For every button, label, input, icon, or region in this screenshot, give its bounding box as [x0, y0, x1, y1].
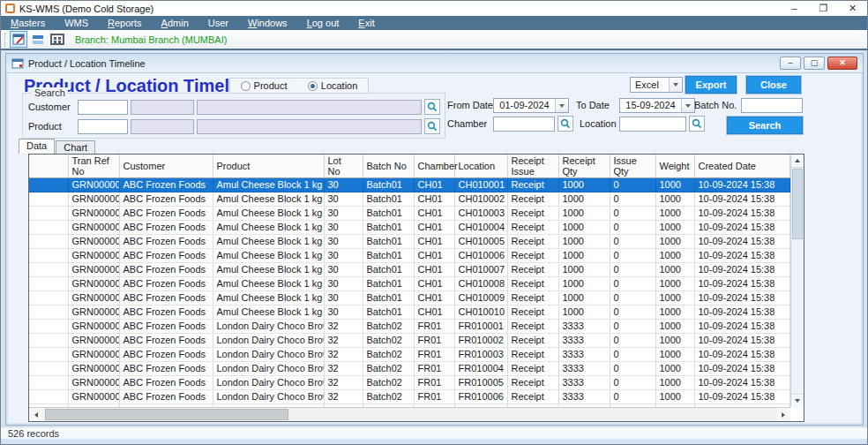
- to-date-picker[interactable]: 15-09-2024: [619, 98, 695, 113]
- grid-col-lot-no[interactable]: Lot No: [324, 155, 363, 177]
- from-date-picker[interactable]: 01-09-2024: [493, 98, 569, 113]
- grid-cell: Receipt: [507, 361, 558, 375]
- menu-item-user[interactable]: User: [198, 17, 238, 29]
- table-row[interactable]: GRN00000001ABC Frozen FoodsLondon Dairy …: [29, 389, 790, 404]
- table-row[interactable]: GRN00000001ABC Frozen FoodsLondon Dairy …: [29, 319, 790, 333]
- table-row[interactable]: GRN00000001ABC Frozen FoodsAmul Cheese B…: [29, 206, 790, 220]
- menu-item-windows[interactable]: Windows: [238, 17, 297, 29]
- radio-product[interactable]: Product: [241, 80, 288, 91]
- row-selector-cell[interactable]: [29, 192, 68, 206]
- grid-cell: GRN00000001: [68, 192, 119, 206]
- grid-cell: 0: [610, 375, 655, 389]
- row-selector-cell[interactable]: [29, 389, 68, 404]
- export-button[interactable]: Export: [685, 76, 737, 94]
- menu-item-admin[interactable]: Admin: [152, 17, 198, 29]
- restore-icon[interactable]: ❐: [809, 1, 838, 16]
- row-selector-cell[interactable]: [29, 234, 68, 248]
- table-row[interactable]: GRN00000001ABC Frozen FoodsAmul Cheese B…: [29, 192, 790, 206]
- menu-item-reports[interactable]: Reports: [98, 17, 152, 29]
- grid-col-receipt-qty[interactable]: Receipt Qty: [558, 155, 610, 177]
- row-selector-cell[interactable]: [29, 290, 68, 305]
- grid-col-issue-qty[interactable]: Issue Qty: [610, 155, 655, 177]
- table-row[interactable]: GRN00000001ABC Frozen FoodsAmul Cheese B…: [29, 177, 790, 192]
- horizontal-scroll-thumb[interactable]: [45, 409, 288, 420]
- table-row[interactable]: GRN00000001ABC Frozen FoodsAmul Cheese B…: [29, 276, 790, 290]
- tab-data[interactable]: Data: [19, 139, 55, 154]
- table-row[interactable]: GRN00000001ABC Frozen FoodsAmul Cheese B…: [29, 305, 790, 319]
- row-selector-cell[interactable]: [29, 248, 68, 262]
- table-row[interactable]: GRN00000001ABC Frozen FoodsLondon Dairy …: [29, 361, 790, 375]
- rack-tool-button[interactable]: [49, 31, 66, 48]
- table-row[interactable]: GRN00000001ABC Frozen FoodsLondon Dairy …: [29, 375, 790, 389]
- table-row[interactable]: GRN00000001ABC Frozen FoodsAmul Cheese B…: [29, 290, 790, 305]
- row-selector-cell[interactable]: [29, 347, 68, 361]
- table-row[interactable]: GRN00000001ABC Frozen FoodsAmul Cheese B…: [29, 248, 790, 262]
- search-button[interactable]: Search: [727, 117, 803, 134]
- grid-col-created-date[interactable]: Created Date: [694, 155, 790, 177]
- grid-col-customer[interactable]: Customer: [119, 155, 213, 177]
- export-format-select[interactable]: Excel: [630, 77, 683, 93]
- row-selector-cell[interactable]: [29, 319, 68, 333]
- grid-cell: 30: [324, 305, 363, 319]
- menu-item-log-out[interactable]: Log out: [297, 17, 349, 29]
- menu-item-masters[interactable]: Masters: [1, 17, 55, 29]
- table-row[interactable]: GRN00000001ABC Frozen FoodsLondon Dairy …: [29, 333, 790, 347]
- row-selector-cell[interactable]: [29, 333, 68, 347]
- grid-cell: 3333: [558, 375, 610, 389]
- close-button[interactable]: Close: [746, 76, 801, 94]
- row-selector-cell[interactable]: [29, 276, 68, 290]
- tab-chart[interactable]: Chart: [56, 140, 95, 154]
- menu-item-wms[interactable]: WMS: [55, 17, 98, 29]
- customer-search-button[interactable]: [424, 99, 440, 115]
- grid-cell: GRN00000001: [68, 248, 119, 262]
- table-row[interactable]: GRN00000001ABC Frozen FoodsLondon Dairy …: [29, 347, 790, 361]
- chamber-input[interactable]: [493, 117, 555, 132]
- table-row[interactable]: GRN00000001ABC Frozen FoodsAmul Cheese B…: [29, 220, 790, 234]
- scroll-down-icon[interactable]: [791, 394, 804, 407]
- grid-col-chamber[interactable]: Chamber: [414, 155, 454, 177]
- grid-col-location[interactable]: Location: [454, 155, 507, 177]
- minimize-icon[interactable]: –: [780, 1, 809, 16]
- grid-col-batch-no[interactable]: Batch No: [363, 155, 414, 177]
- grid-col-receipt-issue[interactable]: Receipt Issue: [507, 155, 558, 177]
- radio-location[interactable]: Location: [308, 80, 358, 91]
- list-tool-button[interactable]: [29, 31, 47, 48]
- vertical-scroll-thumb[interactable]: [792, 169, 803, 239]
- table-row[interactable]: GRN00000001ABC Frozen FoodsAmul Cheese B…: [29, 262, 790, 276]
- scroll-left-icon[interactable]: [29, 408, 43, 421]
- horizontal-scrollbar[interactable]: [29, 407, 790, 421]
- batch-no-input[interactable]: [741, 98, 803, 113]
- grid-col-tran-ref-no[interactable]: Tran Ref No: [68, 155, 119, 177]
- row-selector-cell[interactable]: [29, 220, 68, 234]
- child-maximize-icon[interactable]: ▢: [804, 57, 825, 70]
- grid-cell: GRN00000001: [68, 220, 119, 234]
- row-selector-cell[interactable]: [29, 375, 68, 389]
- table-row[interactable]: GRN00000001ABC Frozen FoodsAmul Cheese B…: [29, 234, 790, 248]
- row-selector-cell[interactable]: [29, 305, 68, 319]
- scroll-up-icon[interactable]: [791, 155, 804, 168]
- product-search-button[interactable]: [424, 118, 440, 134]
- grid-cell: GRN00000001: [68, 347, 119, 361]
- row-selector-cell[interactable]: [29, 361, 68, 375]
- scroll-right-icon[interactable]: [776, 408, 790, 421]
- form-edit-tool-button[interactable]: [10, 31, 27, 48]
- grid-cell: ABC Frozen Foods: [119, 206, 213, 220]
- product-code-input[interactable]: [78, 119, 128, 134]
- grid-corner-cell[interactable]: [29, 155, 68, 177]
- grid-col-product[interactable]: Product: [213, 155, 324, 177]
- child-minimize-icon[interactable]: –: [780, 57, 801, 70]
- row-selector-cell[interactable]: [29, 177, 68, 192]
- child-close-icon[interactable]: ✕: [827, 57, 857, 70]
- row-selector-cell[interactable]: [29, 206, 68, 220]
- customer-code-input[interactable]: [78, 100, 128, 115]
- rack-icon: [50, 34, 64, 45]
- row-selector-cell[interactable]: [29, 262, 68, 276]
- grid-col-weight[interactable]: Weight: [655, 155, 694, 177]
- menu-item-exit[interactable]: Exit: [348, 17, 384, 29]
- vertical-scrollbar[interactable]: [790, 155, 804, 407]
- location-input[interactable]: [619, 117, 686, 132]
- chamber-search-button[interactable]: [557, 116, 573, 132]
- location-search-button[interactable]: [689, 116, 705, 132]
- grid-cell: 30: [324, 192, 363, 206]
- close-icon[interactable]: ✕: [838, 1, 867, 16]
